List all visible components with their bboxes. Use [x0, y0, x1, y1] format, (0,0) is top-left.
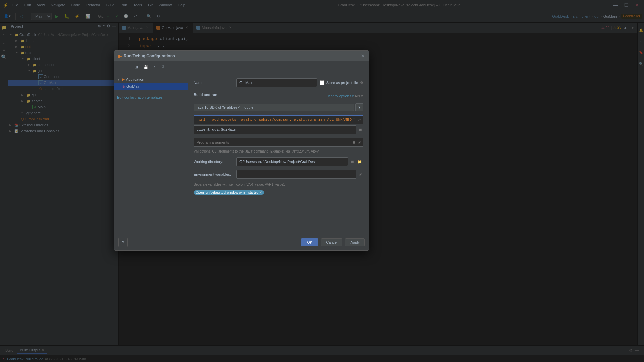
dialog-title-bar: ▶ Run/Debug Configurations ✕ [114, 51, 369, 61]
prog-args-expand-icon[interactable]: ⤢ [357, 140, 362, 145]
dialog-body: ▼ ▶ Application ⊝ GuiMain Edit configura… [114, 73, 369, 234]
modify-options-link[interactable]: Modify options ▾ Alt+M [327, 94, 363, 98]
dialog-config-tree: ▼ ▶ Application ⊝ GuiMain Edit configura… [114, 73, 188, 234]
cancel-button[interactable]: Cancel [321, 238, 342, 246]
apply-button[interactable]: Apply [345, 238, 365, 246]
working-dir-icons: ⊞ 📁 [350, 159, 363, 165]
dialog-copy-button[interactable]: ⊞ [132, 63, 140, 71]
prog-args-wrapper: ⊞ ⤢ [194, 138, 363, 147]
working-dir-input-row: ⊞ 📁 [236, 157, 363, 166]
vm-hint-text: VM options. CLI arguments to the 'Java' … [194, 149, 363, 153]
help-button[interactable]: ? [118, 238, 128, 247]
env-vars-hint: Separate variables with semicolon: VAR=v… [194, 183, 363, 186]
dialog-title: Run/Debug Configurations [124, 54, 175, 58]
vm-input-icons: ⊞ ⤢ [351, 117, 362, 122]
dialog-add-button[interactable]: + [117, 63, 123, 71]
modify-options-text: Modify options [327, 94, 351, 98]
name-row: Name: Store as project file ⚙ [194, 78, 363, 87]
store-project-checkbox[interactable] [320, 80, 324, 85]
open-tool-window-row: Open run/debug tool window when started … [194, 190, 363, 195]
working-dir-browse-icon[interactable]: 📁 [356, 159, 363, 165]
open-tool-window-remove[interactable]: ✕ [259, 191, 262, 194]
vm-options-input[interactable] [194, 115, 363, 124]
sdk-row: java 16 SDK of 'GrabDesk' module ▾ [194, 103, 363, 111]
working-dir-label: Working directory: [194, 160, 234, 164]
edit-config-templates-area: Edit configuration templates... [114, 90, 188, 102]
working-dir-input[interactable] [236, 157, 348, 166]
main-class-row: ⊞ [194, 125, 363, 134]
ok-button[interactable]: OK [301, 238, 318, 246]
config-expand-arrow: ▼ [117, 78, 120, 81]
working-dir-row: Working directory: ⊞ 📁 [194, 157, 363, 166]
open-tool-window-text: Open run/debug tool window when started [196, 191, 258, 194]
env-vars-input[interactable] [236, 170, 356, 179]
dialog-sort-button[interactable]: ⇅ [159, 63, 166, 71]
vm-expand-icon[interactable]: ⤢ [357, 117, 362, 122]
dialog-move-button[interactable]: ↕ [152, 63, 158, 71]
prog-args-copy-icon[interactable]: ⊞ [351, 140, 356, 145]
name-label: Name: [194, 81, 234, 85]
config-item-label: GuiMain [126, 84, 140, 88]
modify-options-shortcut: Alt+M [355, 94, 363, 98]
dialog-config-form: Name: Store as project file ⚙ Build and … [188, 73, 369, 234]
config-item-guimain[interactable]: ⊝ GuiMain [114, 83, 188, 90]
sdk-selector[interactable]: java 16 SDK of 'GrabDesk' module [194, 104, 354, 111]
prog-args-row: ⊞ ⤢ [194, 138, 363, 147]
vm-options-row: ⊞ ⤢ [194, 115, 363, 124]
dialog-footer-right: OK Cancel Apply [301, 238, 365, 246]
modify-options-chevron: ▾ [352, 94, 354, 98]
env-vars-form-row: Environment variables: ⤢ [194, 170, 363, 179]
vm-copy-icon[interactable]: ⊞ [351, 117, 356, 122]
store-project-label: Store as project file [326, 81, 358, 85]
config-app-icon: ▶ [122, 77, 125, 82]
build-run-header: Build and run Modify options ▾ Alt+M [194, 93, 363, 99]
config-error-icon: ⊝ [122, 85, 125, 88]
dialog-footer-left: ? [118, 238, 128, 247]
dialog-close-button[interactable]: ✕ [361, 53, 365, 59]
prog-args-input[interactable] [194, 138, 363, 147]
main-class-input[interactable] [194, 125, 356, 134]
name-input[interactable] [236, 78, 317, 87]
config-category-label: Application [126, 77, 144, 81]
dialog-overlay: ▶ Run/Debug Configurations ✕ + − ⊞ 💾 ↕ ⇅… [0, 0, 644, 362]
env-vars-expand-icon[interactable]: ⤢ [358, 172, 363, 177]
env-vars-input-row: ⤢ [236, 170, 363, 179]
config-category-application[interactable]: ▼ ▶ Application [114, 76, 188, 83]
dialog-save-button[interactable]: 💾 [141, 63, 150, 71]
run-debug-dialog: ▶ Run/Debug Configurations ✕ + − ⊞ 💾 ↕ ⇅… [114, 50, 369, 251]
build-run-label: Build and run [194, 93, 217, 97]
dialog-footer: ? OK Cancel Apply [114, 234, 369, 250]
store-project-row: Store as project file ⚙ [320, 80, 363, 85]
dialog-icon: ▶ [118, 54, 122, 59]
sdk-dropdown-btn[interactable]: ▾ [355, 103, 363, 111]
prog-args-icons: ⊞ ⤢ [351, 140, 362, 145]
dialog-remove-button[interactable]: − [125, 63, 131, 71]
edit-config-templates-link[interactable]: Edit configuration templates... [117, 95, 185, 99]
working-dir-copy-icon[interactable]: ⊞ [350, 159, 355, 165]
main-class-copy-icon[interactable]: ⊞ [358, 127, 363, 133]
open-tool-window-badge: Open run/debug tool window when started … [194, 190, 264, 195]
env-vars-label: Environment variables: [194, 172, 234, 176]
vm-input-wrapper: ⊞ ⤢ [194, 115, 363, 124]
store-project-settings-icon[interactable]: ⚙ [360, 81, 363, 85]
dialog-toolbar: + − ⊞ 💾 ↕ ⇅ [114, 61, 369, 73]
